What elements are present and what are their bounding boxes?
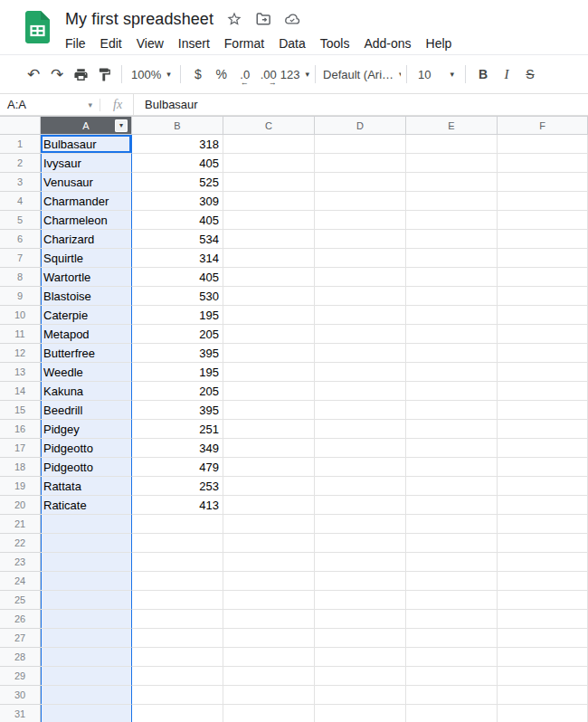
cell-F21[interactable] bbox=[498, 515, 588, 534]
cell-E9[interactable] bbox=[406, 287, 498, 306]
cell-C11[interactable] bbox=[223, 325, 315, 344]
cell-C22[interactable] bbox=[223, 534, 315, 553]
cell-E31[interactable] bbox=[406, 705, 498, 722]
cell-F27[interactable] bbox=[498, 629, 588, 648]
row-header-6[interactable]: 6 bbox=[0, 230, 41, 249]
row-header-12[interactable]: 12 bbox=[0, 344, 41, 363]
cell-C14[interactable] bbox=[223, 382, 315, 401]
column-header-A[interactable]: A▾ bbox=[41, 116, 132, 135]
cell-D19[interactable] bbox=[315, 477, 406, 496]
cell-A25[interactable] bbox=[41, 591, 132, 610]
cell-E18[interactable] bbox=[406, 458, 498, 477]
column-header-B[interactable]: B bbox=[132, 116, 223, 135]
row-header-26[interactable]: 26 bbox=[0, 610, 41, 629]
cell-D25[interactable] bbox=[315, 591, 406, 610]
cell-E22[interactable] bbox=[406, 534, 498, 553]
cell-D24[interactable] bbox=[315, 572, 406, 591]
cell-B15[interactable]: 395 bbox=[132, 401, 223, 420]
cell-F30[interactable] bbox=[498, 686, 588, 705]
cell-B13[interactable]: 195 bbox=[132, 363, 223, 382]
document-title[interactable]: My first spreadsheet bbox=[65, 10, 213, 29]
menu-help[interactable]: Help bbox=[419, 33, 460, 53]
cell-A3[interactable]: Venusaur bbox=[41, 173, 132, 192]
cell-D5[interactable] bbox=[315, 211, 406, 230]
bold-button[interactable]: B bbox=[471, 62, 495, 86]
cell-F13[interactable] bbox=[498, 363, 588, 382]
cell-C1[interactable] bbox=[223, 135, 315, 154]
menu-format[interactable]: Format bbox=[217, 33, 271, 53]
row-header-4[interactable]: 4 bbox=[0, 192, 41, 211]
cell-B24[interactable] bbox=[132, 572, 223, 591]
cell-B10[interactable]: 195 bbox=[132, 306, 223, 325]
number-format-button[interactable]: 123▾ bbox=[280, 62, 309, 86]
cell-B28[interactable] bbox=[132, 648, 223, 667]
cell-E24[interactable] bbox=[406, 572, 498, 591]
cell-D27[interactable] bbox=[315, 629, 406, 648]
cell-B18[interactable]: 479 bbox=[132, 458, 223, 477]
cell-A24[interactable] bbox=[41, 572, 132, 591]
cell-F2[interactable] bbox=[498, 154, 588, 173]
cell-D14[interactable] bbox=[315, 382, 406, 401]
cell-A21[interactable] bbox=[41, 515, 132, 534]
cell-C9[interactable] bbox=[223, 287, 315, 306]
cell-E28[interactable] bbox=[406, 648, 498, 667]
cell-C20[interactable] bbox=[223, 496, 315, 515]
cell-A5[interactable]: Charmeleon bbox=[41, 211, 132, 230]
cell-A16[interactable]: Pidgey bbox=[41, 420, 132, 439]
cell-F24[interactable] bbox=[498, 572, 588, 591]
cell-B5[interactable]: 405 bbox=[132, 211, 223, 230]
cell-D23[interactable] bbox=[315, 553, 406, 572]
cell-C2[interactable] bbox=[223, 154, 315, 173]
cell-D3[interactable] bbox=[315, 173, 406, 192]
cell-A29[interactable] bbox=[41, 667, 132, 686]
cell-F1[interactable] bbox=[498, 135, 588, 154]
row-header-29[interactable]: 29 bbox=[0, 667, 41, 686]
cell-E29[interactable] bbox=[406, 667, 498, 686]
cell-E14[interactable] bbox=[406, 382, 498, 401]
cell-A30[interactable] bbox=[41, 686, 132, 705]
cell-C29[interactable] bbox=[223, 667, 315, 686]
cell-D16[interactable] bbox=[315, 420, 406, 439]
cell-A2[interactable]: Ivysaur bbox=[41, 154, 132, 173]
cell-E7[interactable] bbox=[406, 249, 498, 268]
cell-D29[interactable] bbox=[315, 667, 406, 686]
cell-E13[interactable] bbox=[406, 363, 498, 382]
cell-E2[interactable] bbox=[406, 154, 498, 173]
row-header-13[interactable]: 13 bbox=[0, 363, 41, 382]
cell-D10[interactable] bbox=[315, 306, 406, 325]
row-header-3[interactable]: 3 bbox=[0, 173, 41, 192]
row-header-14[interactable]: 14 bbox=[0, 382, 41, 401]
row-header-10[interactable]: 10 bbox=[0, 306, 41, 325]
cell-C4[interactable] bbox=[223, 192, 315, 211]
cell-C30[interactable] bbox=[223, 686, 315, 705]
undo-icon[interactable]: ↶ bbox=[22, 62, 45, 86]
cell-E6[interactable] bbox=[406, 230, 498, 249]
cell-A4[interactable]: Charmander bbox=[41, 192, 132, 211]
cell-C15[interactable] bbox=[223, 401, 315, 420]
cell-D6[interactable] bbox=[315, 230, 406, 249]
italic-button[interactable]: I bbox=[495, 62, 518, 86]
formula-input[interactable]: Bulbasaur bbox=[133, 94, 588, 115]
cell-E5[interactable] bbox=[406, 211, 498, 230]
row-header-20[interactable]: 20 bbox=[0, 496, 41, 515]
cell-F29[interactable] bbox=[498, 667, 588, 686]
cell-A20[interactable]: Raticate bbox=[41, 496, 132, 515]
cell-D30[interactable] bbox=[315, 686, 406, 705]
cell-A11[interactable]: Metapod bbox=[41, 325, 132, 344]
cell-F23[interactable] bbox=[498, 553, 588, 572]
format-currency-button[interactable]: $ bbox=[186, 62, 210, 86]
cell-A19[interactable]: Rattata bbox=[41, 477, 132, 496]
cell-A6[interactable]: Charizard bbox=[41, 230, 132, 249]
cell-C5[interactable] bbox=[223, 211, 315, 230]
cell-C16[interactable] bbox=[223, 420, 315, 439]
cell-B8[interactable]: 405 bbox=[132, 268, 223, 287]
cell-E12[interactable] bbox=[406, 344, 498, 363]
cell-E16[interactable] bbox=[406, 420, 498, 439]
star-icon[interactable] bbox=[226, 11, 242, 27]
increase-decimal-button[interactable]: .00→ bbox=[257, 62, 280, 86]
cell-D21[interactable] bbox=[315, 515, 406, 534]
cell-F9[interactable] bbox=[498, 287, 588, 306]
row-header-11[interactable]: 11 bbox=[0, 325, 41, 344]
cell-D17[interactable] bbox=[315, 439, 406, 458]
row-header-25[interactable]: 25 bbox=[0, 591, 41, 610]
